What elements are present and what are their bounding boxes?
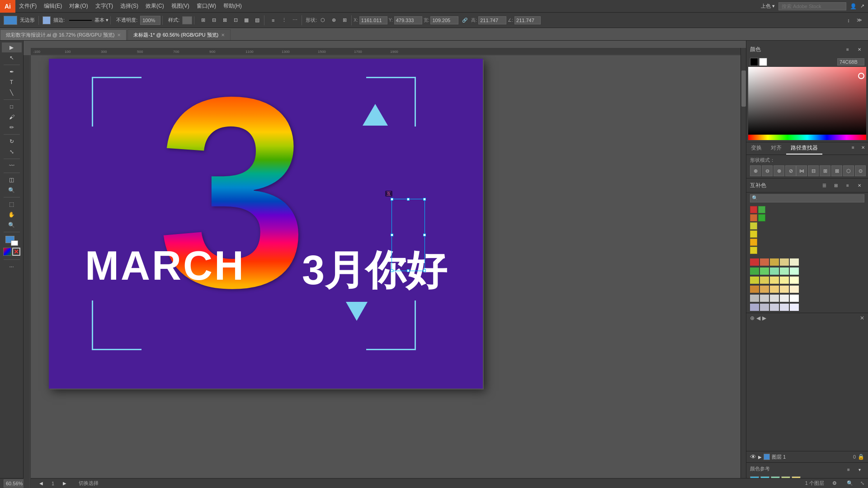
p-swatch[interactable] bbox=[780, 286, 789, 293]
handle-tr[interactable] bbox=[423, 198, 426, 201]
align-right-btn[interactable]: ⊠ bbox=[220, 15, 230, 25]
p-swatch[interactable] bbox=[790, 267, 799, 275]
menu-object[interactable]: 对象(O) bbox=[66, 0, 91, 12]
tab-align[interactable]: 对齐 bbox=[766, 142, 786, 155]
hex-input[interactable] bbox=[837, 58, 864, 66]
color-ref-options[interactable]: ≡ bbox=[844, 465, 854, 474]
p-swatch[interactable] bbox=[770, 304, 779, 311]
menu-file[interactable]: 文件(F) bbox=[15, 0, 40, 12]
minus-back-btn[interactable]: ⊙ bbox=[855, 165, 866, 176]
tab-file1[interactable]: 炫彩数字海报设计.ai @ 16.72% (RGB/GPU 预览) ✕ bbox=[0, 29, 127, 40]
p-swatch[interactable] bbox=[780, 258, 789, 266]
p-swatch[interactable] bbox=[760, 258, 769, 266]
p-swatch[interactable] bbox=[760, 295, 769, 302]
rotate-tool[interactable]: ↻ bbox=[2, 136, 22, 146]
stroke-color[interactable] bbox=[11, 240, 18, 246]
tab-file2[interactable]: 未标题-1* @ 60.56% (RGB/GPU 预览) ✕ bbox=[127, 29, 231, 40]
user-icon[interactable]: 👤 bbox=[850, 3, 857, 9]
dist-v-btn[interactable]: ⋮ bbox=[279, 15, 289, 25]
handle-ml[interactable] bbox=[391, 234, 393, 236]
p-swatch[interactable] bbox=[770, 258, 779, 266]
minus-front-btn[interactable]: ⊖ bbox=[762, 165, 773, 176]
trim-btn[interactable]: ⊟ bbox=[808, 165, 819, 176]
transform-btn[interactable]: ⊕ bbox=[329, 15, 339, 25]
swatch-green[interactable] bbox=[758, 206, 765, 213]
line-tool[interactable]: ╲ bbox=[2, 88, 22, 98]
p-swatch[interactable] bbox=[750, 304, 759, 311]
style-swatch[interactable] bbox=[182, 16, 192, 24]
handle-bl[interactable] bbox=[391, 269, 393, 272]
align-center-btn[interactable]: ⊟ bbox=[209, 15, 219, 25]
layer-lock-icon[interactable]: 🔒 bbox=[858, 454, 864, 460]
handle-mr[interactable] bbox=[423, 234, 426, 236]
p-swatch[interactable] bbox=[780, 277, 789, 284]
tab2-close[interactable]: ✕ bbox=[221, 33, 225, 38]
white-swatch[interactable] bbox=[759, 58, 767, 66]
p-swatch[interactable] bbox=[780, 304, 789, 311]
menu-edit[interactable]: 编辑(E) bbox=[40, 0, 66, 12]
arrange-btn[interactable]: ↕ bbox=[844, 15, 854, 25]
paintbrush-tool[interactable]: 🖌 bbox=[2, 112, 22, 122]
swatch-yellow[interactable] bbox=[750, 222, 757, 230]
x-input[interactable] bbox=[359, 16, 387, 24]
complement-list-view[interactable]: ☰ bbox=[819, 180, 829, 190]
exclude-btn[interactable]: ⊘ bbox=[785, 165, 796, 176]
menu-help[interactable]: 帮助(H) bbox=[220, 0, 245, 12]
p-swatch[interactable] bbox=[760, 286, 769, 293]
black-swatch[interactable] bbox=[750, 58, 758, 66]
artboard[interactable]: 3 MARCH 3月你好 互 bbox=[49, 59, 483, 389]
nav-close-btn[interactable]: ✕ bbox=[860, 315, 864, 321]
p-swatch[interactable] bbox=[760, 277, 769, 284]
complement-close[interactable]: ✕ bbox=[854, 180, 864, 190]
none-btn[interactable]: ✕ bbox=[12, 248, 20, 256]
zoom-tool[interactable]: 🔍 bbox=[2, 220, 22, 230]
intersect-btn[interactable]: ⊗ bbox=[774, 165, 784, 176]
canvas-area[interactable]: -100 100 300 500 700 900 1100 1300 1500 … bbox=[24, 41, 746, 488]
unite-btn[interactable]: ⊕ bbox=[750, 165, 761, 176]
y-input[interactable] bbox=[394, 16, 422, 24]
p-swatch[interactable] bbox=[760, 267, 769, 275]
shape-btn[interactable]: ⬡ bbox=[318, 15, 328, 25]
hue-bar[interactable] bbox=[748, 135, 866, 140]
align-top-btn[interactable]: ⊡ bbox=[231, 15, 241, 25]
selection-box[interactable] bbox=[392, 199, 425, 271]
menu-effect[interactable]: 效果(C) bbox=[142, 0, 168, 12]
lock-ratio-btn[interactable]: 🔗 bbox=[460, 15, 470, 25]
stroke-style-dropdown[interactable]: 基本 ▾ bbox=[94, 17, 108, 23]
p-swatch[interactable] bbox=[790, 258, 799, 266]
divide-btn[interactable]: ⋈ bbox=[796, 165, 807, 176]
v-scroll-thumb[interactable] bbox=[741, 70, 746, 107]
status-search-btn[interactable]: 🔍 bbox=[845, 479, 855, 488]
prev-page-btn[interactable]: ◀ bbox=[36, 479, 46, 488]
panel-tabs-options[interactable]: ≡ bbox=[848, 142, 858, 152]
tab-pathfinder[interactable]: 路径查找器 bbox=[786, 142, 822, 155]
layer-expand-icon[interactable]: ▶ bbox=[758, 455, 762, 460]
color-mode-btn[interactable] bbox=[3, 248, 11, 256]
handle-tm[interactable] bbox=[407, 198, 410, 201]
type-tool[interactable]: T bbox=[2, 77, 22, 87]
color-canvas[interactable] bbox=[748, 67, 866, 135]
complement-options[interactable]: ≡ bbox=[843, 180, 853, 190]
fill-stroke-swatch[interactable] bbox=[5, 236, 18, 246]
h-input[interactable] bbox=[478, 16, 506, 24]
swatch-orange[interactable] bbox=[750, 214, 757, 221]
swatch-red[interactable] bbox=[750, 206, 757, 213]
align-left-btn[interactable]: ⊞ bbox=[198, 15, 208, 25]
tab-transform[interactable]: 变换 bbox=[746, 142, 766, 155]
color-gradient-area[interactable] bbox=[748, 67, 866, 135]
handle-br[interactable] bbox=[423, 269, 426, 272]
p-swatch[interactable] bbox=[750, 258, 759, 266]
menu-text[interactable]: 文字(T) bbox=[92, 0, 117, 12]
search-input[interactable] bbox=[778, 2, 846, 10]
handle-tl[interactable] bbox=[391, 198, 393, 201]
swatch-yellow3[interactable] bbox=[750, 247, 757, 254]
more-tools-btn[interactable]: ··· bbox=[2, 262, 22, 272]
more-btn[interactable]: ≫ bbox=[854, 15, 864, 25]
warp-tool[interactable]: 〰 bbox=[2, 161, 22, 171]
layer-visibility-icon[interactable]: 👁 bbox=[750, 453, 756, 460]
grid-btn[interactable]: ⊞ bbox=[340, 15, 349, 25]
fill-swatch[interactable] bbox=[4, 16, 17, 25]
swatch-yellow2[interactable] bbox=[750, 230, 757, 238]
p-swatch[interactable] bbox=[750, 295, 759, 302]
pen-tool[interactable]: ✒ bbox=[2, 67, 22, 77]
